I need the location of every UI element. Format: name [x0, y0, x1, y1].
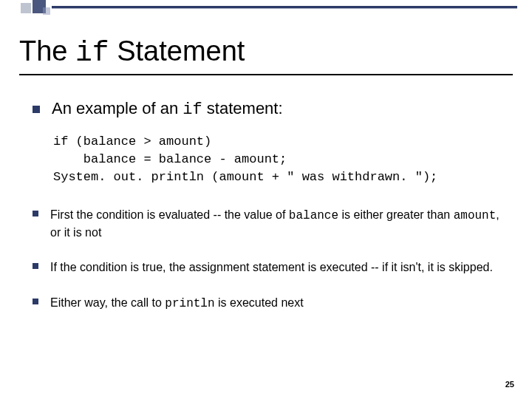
list-item: Either way, the call to println is execu… — [33, 295, 502, 313]
code-inline: balance — [289, 209, 338, 222]
title-code: if — [75, 37, 109, 69]
text: is executed next — [215, 296, 304, 309]
list-item: First the condition is evaluated -- the … — [33, 207, 502, 240]
slide-decoration — [0, 0, 532, 21]
title-text-post: Statement — [109, 35, 245, 66]
code-inline: amount — [454, 209, 497, 222]
text: If the condition is true, the assignment… — [50, 261, 493, 273]
code-line-3: System. out. println (amount + " was wit… — [53, 170, 437, 184]
text: First the condition is evaluated -- the … — [50, 208, 289, 221]
list-item: If the condition is true, the assignment… — [33, 259, 502, 276]
text: Either way, the call to — [50, 296, 165, 309]
bullet-icon — [33, 211, 38, 216]
bullet-icon — [33, 106, 40, 113]
code-block: if (balance > amount) balance = balance … — [53, 133, 517, 185]
title-text-pre: The — [19, 35, 75, 66]
code-line-1: if (balance > amount) — [53, 134, 211, 149]
bullet-list: First the condition is evaluated -- the … — [33, 207, 502, 331]
page-number: 25 — [505, 380, 514, 389]
intro-pre: An example of an — [52, 99, 183, 117]
slide-title: The if Statement — [19, 35, 245, 69]
text: is either greater than — [338, 208, 454, 221]
title-underline — [19, 74, 513, 75]
intro-line: An example of an if statement: — [33, 99, 502, 119]
code-line-2: balance = balance - amount; — [53, 152, 287, 166]
bullet-icon — [33, 263, 38, 269]
intro-code: if — [183, 100, 202, 119]
code-inline: println — [165, 297, 214, 310]
intro-post: statement: — [202, 99, 283, 117]
bullet-icon — [33, 299, 38, 304]
